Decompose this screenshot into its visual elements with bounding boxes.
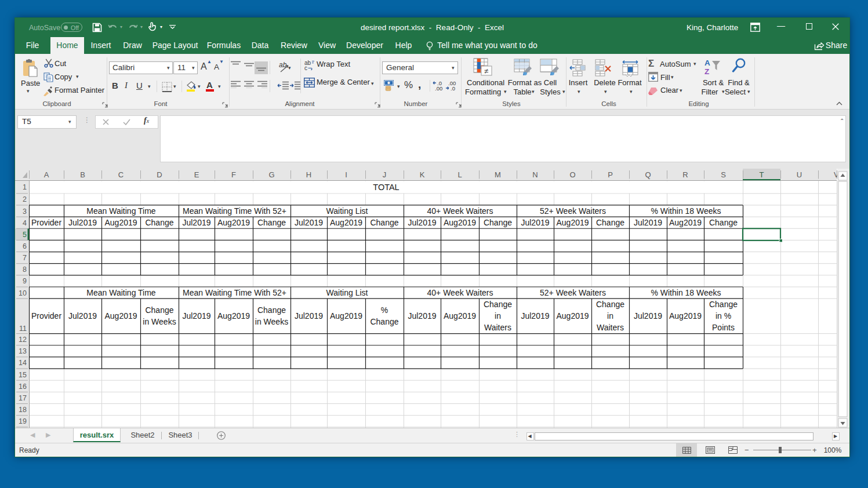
svg-text:Jul2019: Jul2019 — [295, 311, 323, 321]
svg-text:19: 19 — [19, 417, 27, 425]
svg-text:Aug2019: Aug2019 — [669, 218, 702, 227]
svg-text:Aug2019: Aug2019 — [669, 311, 702, 321]
svg-text:Aug2019: Aug2019 — [330, 311, 362, 321]
svg-text:10: 10 — [19, 289, 27, 297]
svg-text:M: M — [495, 170, 501, 179]
svg-text:Change: Change — [370, 317, 398, 326]
svg-text:Mean Waiting Time: Mean Waiting Time — [86, 288, 156, 297]
svg-text:Change: Change — [257, 218, 286, 227]
svg-text:17: 17 — [19, 394, 27, 402]
svg-text:A: A — [704, 59, 710, 67]
svg-text:T: T — [760, 170, 764, 179]
svg-text:Jul2019: Jul2019 — [182, 218, 210, 227]
svg-text:Waiting List: Waiting List — [326, 206, 368, 216]
svg-text:P: P — [608, 170, 613, 179]
svg-text:Change: Change — [145, 305, 173, 315]
svg-text:14: 14 — [19, 359, 27, 367]
svg-text:S: S — [721, 170, 726, 179]
svg-text:in: in — [495, 311, 501, 321]
svg-text:%: % — [381, 305, 388, 315]
svg-text:Jul2019: Jul2019 — [408, 311, 436, 321]
svg-text:Change: Change — [596, 300, 624, 309]
svg-text:Aug2019: Aug2019 — [556, 218, 589, 227]
svg-text:Aug2019: Aug2019 — [330, 218, 362, 227]
svg-text:Mean Waiting Time With 52+: Mean Waiting Time With 52+ — [183, 206, 286, 216]
svg-text:40+ Week Waiters: 40+ Week Waiters — [427, 206, 493, 216]
svg-text:1: 1 — [23, 183, 27, 191]
svg-text:2: 2 — [23, 195, 27, 203]
svg-text:Change: Change — [145, 218, 173, 227]
svg-text:Aug2019: Aug2019 — [556, 311, 589, 321]
svg-text:I: I — [345, 170, 347, 179]
svg-text:Jul2019: Jul2019 — [634, 311, 662, 321]
svg-text:O: O — [569, 170, 575, 179]
svg-text:in %: in % — [716, 311, 731, 321]
svg-text:Z: Z — [704, 67, 709, 76]
svg-text:Waiting List: Waiting List — [326, 288, 368, 297]
svg-text:H: H — [306, 170, 311, 179]
svg-text:Jul2019: Jul2019 — [182, 311, 210, 321]
svg-text:Change: Change — [370, 218, 398, 227]
svg-text:Q: Q — [645, 170, 651, 179]
svg-text:Aug2019: Aug2019 — [444, 218, 476, 227]
svg-text:c: c — [304, 65, 307, 71]
svg-text:Aug2019: Aug2019 — [444, 311, 476, 321]
svg-text:11: 11 — [19, 325, 27, 333]
svg-text:C: C — [118, 170, 124, 179]
svg-text:A: A — [44, 170, 49, 179]
svg-text:Aug2019: Aug2019 — [217, 218, 250, 227]
svg-text:Jul2019: Jul2019 — [521, 311, 549, 321]
svg-text:Jul2019: Jul2019 — [408, 218, 436, 227]
svg-text:3: 3 — [23, 207, 27, 216]
svg-text:Points: Points — [712, 323, 735, 332]
svg-text:8: 8 — [23, 265, 27, 274]
svg-text:U: U — [797, 170, 802, 179]
svg-text:Aug2019: Aug2019 — [104, 218, 137, 227]
svg-text:Jul2019: Jul2019 — [521, 218, 549, 227]
svg-text:52+ Week Waiters: 52+ Week Waiters — [540, 206, 606, 216]
svg-text:% Within 18 Weeks: % Within 18 Weeks — [651, 206, 721, 216]
svg-text:Jul2019: Jul2019 — [68, 218, 97, 227]
svg-text:in Weeks: in Weeks — [255, 317, 288, 326]
svg-text:Change: Change — [596, 218, 624, 227]
svg-text:9: 9 — [23, 277, 27, 285]
svg-text:.00: .00 — [435, 85, 442, 92]
svg-text:.0: .0 — [451, 85, 455, 92]
svg-text:5: 5 — [23, 231, 27, 239]
svg-text:% Within 18 Weeks: % Within 18 Weeks — [651, 288, 721, 297]
svg-text:Change: Change — [709, 300, 738, 309]
svg-text:18: 18 — [19, 406, 27, 414]
svg-text:E: E — [194, 170, 199, 179]
svg-text:Aug2019: Aug2019 — [104, 311, 137, 321]
svg-text:Waiters: Waiters — [597, 323, 624, 332]
svg-text:Jul2019: Jul2019 — [295, 218, 323, 227]
svg-text:Jul2019: Jul2019 — [68, 311, 97, 321]
svg-text:Waiters: Waiters — [484, 323, 511, 332]
svg-text:4: 4 — [23, 219, 27, 227]
svg-text:52+ Week Waiters: 52+ Week Waiters — [540, 288, 606, 297]
svg-text:15: 15 — [19, 371, 27, 379]
svg-text:G: G — [268, 170, 274, 179]
svg-text:K: K — [420, 170, 425, 179]
svg-text:16: 16 — [19, 383, 27, 391]
svg-text:B: B — [80, 170, 85, 179]
svg-text:13: 13 — [19, 347, 27, 355]
svg-text:in Weeks: in Weeks — [143, 317, 176, 326]
svg-text:Mean Waiting Time: Mean Waiting Time — [86, 206, 156, 216]
svg-text:Aug2019: Aug2019 — [217, 311, 250, 321]
svg-text:in: in — [607, 311, 613, 321]
svg-text:Mean Waiting Time With 52+: Mean Waiting Time With 52+ — [183, 288, 286, 297]
svg-text:L: L — [457, 170, 462, 179]
svg-text:7: 7 — [23, 254, 27, 262]
svg-text:12: 12 — [19, 336, 27, 344]
svg-text:R: R — [682, 170, 688, 179]
svg-text:F: F — [231, 170, 236, 179]
svg-text:≠: ≠ — [484, 67, 488, 75]
svg-text:D: D — [157, 170, 162, 179]
svg-text:Change: Change — [709, 218, 738, 227]
svg-text:TOTAL: TOTAL — [373, 183, 399, 192]
svg-text:Change: Change — [484, 300, 512, 309]
svg-text:Change: Change — [484, 218, 512, 227]
svg-text:40+ Week Waiters: 40+ Week Waiters — [427, 288, 493, 297]
svg-text:Jul2019: Jul2019 — [634, 218, 662, 227]
